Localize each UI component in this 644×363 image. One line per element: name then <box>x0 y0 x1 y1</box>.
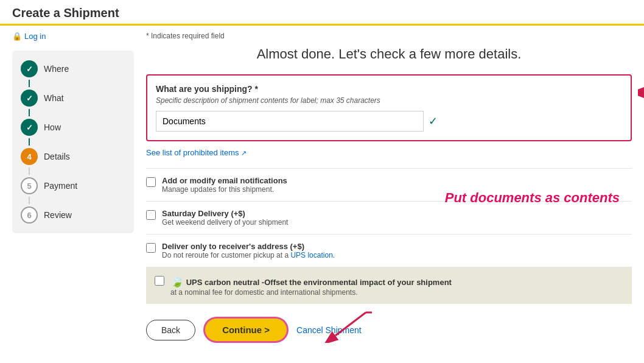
saturday-checkbox[interactable] <box>146 210 156 220</box>
page-title-header: Create a Shipment <box>12 6 632 20</box>
email-option-desc: Manage updates for this shipment. <box>162 185 287 194</box>
step-label-payment: Payment <box>44 181 77 191</box>
carbon-checkbox[interactable] <box>155 276 164 286</box>
login-link[interactable]: 🔒 Log in <box>12 32 134 41</box>
back-button[interactable]: Back <box>146 320 195 340</box>
footer-buttons: Back Continue > Cancel Shipment <box>146 319 632 347</box>
sidebar-item-where[interactable]: ✓ Where <box>21 60 125 77</box>
email-option-text: Add or modify email notifications Manage… <box>162 176 287 194</box>
step-label-details: Details <box>44 152 70 161</box>
shipping-arrow-annotation <box>638 80 644 105</box>
shipping-section-wrapper: What are you shipping? * Specific descri… <box>146 74 632 141</box>
login-label: Log in <box>24 32 46 41</box>
step-label-what: What <box>44 93 64 103</box>
carbon-desc: at a nominal fee for domestic and intern… <box>170 288 452 297</box>
carbon-text: 🍃 UPS carbon neutral -Offset the environ… <box>170 275 452 297</box>
main-layout: 🔒 Log in ✓ Where ✓ What ✓ How <box>0 26 644 353</box>
shipping-contents-input[interactable] <box>156 111 424 132</box>
carbon-neutral-section: 🍃 UPS carbon neutral -Offset the environ… <box>146 267 632 304</box>
step-circle-what: ✓ <box>21 90 38 107</box>
ups-location-link[interactable]: UPS location. <box>290 251 335 259</box>
sidebar-item-review[interactable]: 6 Review <box>21 206 125 224</box>
receiver-option-desc: Do not reroute for customer pickup at a … <box>162 251 335 259</box>
sidebar-item-what[interactable]: ✓ What <box>21 90 125 107</box>
main-content: * Indicates required field Almost done. … <box>146 32 632 347</box>
cancel-shipment-link[interactable]: Cancel Shipment <box>296 325 362 335</box>
saturday-option-text: Saturday Delivery (+$) Get weekend deliv… <box>162 209 288 227</box>
option-saturday: Saturday Delivery (+$) Get weekend deliv… <box>146 202 632 234</box>
step-label-where: Where <box>44 64 69 74</box>
saturday-option-desc: Get weekend delivery of your shipment <box>162 218 288 227</box>
step-circle-review: 6 <box>21 206 38 224</box>
prohibited-items-link[interactable]: See list of prohibited items ↗ <box>146 148 247 157</box>
connector-where-what <box>29 80 30 87</box>
step-label-review: Review <box>44 210 72 220</box>
carbon-title: 🍃 UPS carbon neutral -Offset the environ… <box>170 275 452 288</box>
receiver-checkbox[interactable] <box>146 243 156 253</box>
receiver-option-text: Deliver only to receiver's address (+$) … <box>162 242 335 259</box>
continue-wrapper: Continue > <box>205 319 287 341</box>
sidebar-item-how[interactable]: ✓ How <box>21 119 125 136</box>
page-subtitle: Almost done. Let's check a few more deta… <box>146 46 632 62</box>
external-link-icon: ↗ <box>241 149 247 157</box>
sidebar: 🔒 Log in ✓ Where ✓ What ✓ How <box>12 32 134 347</box>
options-section: Add or modify email notifications Manage… <box>146 168 632 267</box>
annotation-text: Put documents as contents <box>445 190 620 206</box>
shipping-section-sublabel: Specific description of shipment content… <box>156 96 622 105</box>
step-circle-payment: 5 <box>21 177 38 194</box>
step-circle-where: ✓ <box>21 60 38 77</box>
shipping-section: What are you shipping? * Specific descri… <box>146 74 632 141</box>
page-header: Create a Shipment <box>0 0 644 26</box>
required-note: * Indicates required field <box>146 32 632 40</box>
option-receiver: Deliver only to receiver's address (+$) … <box>146 234 632 267</box>
step-label-how: How <box>44 122 61 132</box>
sidebar-item-payment[interactable]: 5 Payment <box>21 177 125 194</box>
saturday-option-title: Saturday Delivery (+$) <box>162 209 288 218</box>
connector-what-how <box>29 109 30 116</box>
step-circle-details: 4 <box>21 148 38 165</box>
shipping-input-row: ✓ <box>156 111 622 132</box>
lock-icon: 🔒 <box>12 32 22 41</box>
receiver-option-title: Deliver only to receiver's address (+$) <box>162 242 335 251</box>
connector-payment-review <box>29 197 30 204</box>
sidebar-item-details[interactable]: 4 Details <box>21 148 125 165</box>
step-circle-how: ✓ <box>21 119 38 136</box>
connector-how-details <box>29 138 30 146</box>
prohibited-link-text: See list of prohibited items <box>146 148 239 157</box>
check-icon: ✓ <box>429 115 438 128</box>
continue-button[interactable]: Continue > <box>205 319 287 341</box>
email-option-title: Add or modify email notifications <box>162 176 287 185</box>
email-checkbox[interactable] <box>146 177 156 187</box>
shipping-section-label: What are you shipping? * <box>156 84 622 94</box>
steps-container: ✓ Where ✓ What ✓ How 4 Details <box>12 51 134 233</box>
connector-details-payment <box>29 167 30 175</box>
leaf-icon: 🍃 <box>170 275 184 287</box>
